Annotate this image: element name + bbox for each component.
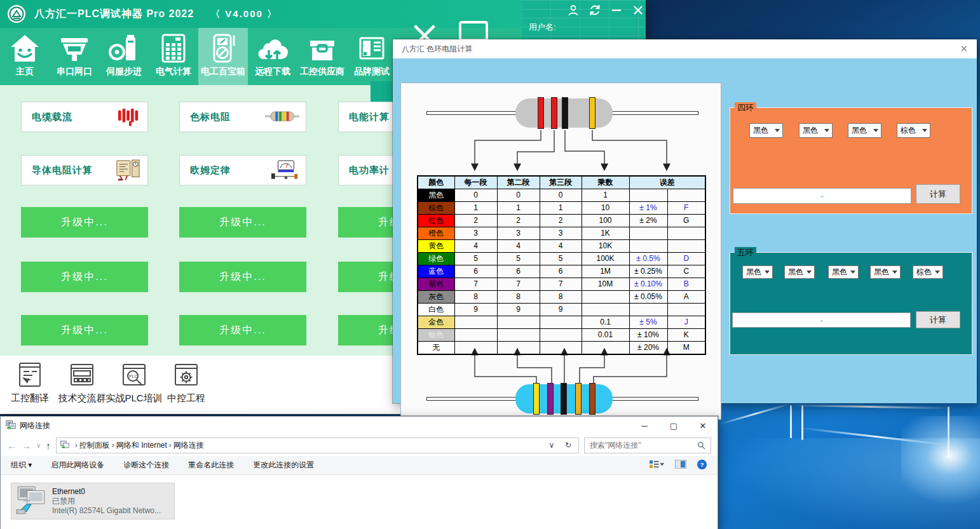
net-maximize-icon[interactable]: ▢	[659, 417, 688, 434]
nav-item-calculator[interactable]: 电气计算	[149, 28, 198, 85]
search-input[interactable]: 搜索"网络连接"	[584, 438, 711, 453]
color-name-cell: 黑色	[418, 189, 454, 202]
forward-arrow-icon[interactable]: →	[22, 440, 31, 451]
preview-pane-icon[interactable]	[675, 460, 686, 471]
net-toolbar-item[interactable]: 组织 ▾	[11, 460, 32, 471]
value-cell	[497, 316, 540, 329]
tool-button-label: 电能计算	[349, 111, 390, 123]
footer-link-translate-doc[interactable]: 工控翻译	[4, 361, 56, 405]
value-cell: 5	[540, 253, 582, 265]
value-cell: 5	[454, 253, 497, 265]
upgrading-button[interactable]: 升级中...	[21, 207, 148, 238]
tool-button-cable[interactable]: 电缆载流	[21, 102, 148, 132]
breadcrumb[interactable]: ›控制面板›网络和 Internet›网络连接 ∨ ↻	[56, 438, 579, 453]
resistor-chart-panel: 颜色每一段第二段第三段乘数误差黑色0001棕色11110± 1%F红色22210…	[400, 83, 721, 420]
tolerance-cell: ± 1%	[629, 202, 667, 215]
result-field[interactable]: -	[732, 312, 911, 328]
refresh-icon[interactable]: ↻	[562, 441, 575, 450]
network-icon	[6, 420, 16, 432]
net-close-icon[interactable]: ✕	[688, 417, 718, 434]
view-options-icon[interactable]	[650, 460, 665, 471]
resistor-icon	[265, 107, 299, 127]
minimize-icon[interactable]	[610, 4, 623, 17]
tolerance-code-cell	[667, 227, 705, 240]
column-header: 误差	[629, 176, 705, 189]
net-toolbar-item[interactable]: 启用此网络设备	[51, 460, 104, 471]
nav-item-cloud-download[interactable]: 远程下载	[248, 28, 297, 85]
recent-locations-chevron-icon[interactable]: ∨	[36, 442, 41, 449]
chevron-down-icon	[935, 271, 940, 274]
value-cell: 100K	[582, 253, 629, 265]
calculate-button[interactable]: 计算	[916, 311, 960, 328]
color-select[interactable]: 黑色	[848, 123, 881, 138]
nav-label: 品牌测试	[354, 66, 390, 77]
back-arrow-icon[interactable]: ←	[7, 440, 17, 451]
nav-label: 电气计算	[156, 66, 191, 77]
color-select[interactable]: 棕色	[913, 265, 943, 279]
table-row: 金色0.1± 5%J	[418, 316, 705, 329]
footer-link-label: 中控工程	[167, 392, 205, 405]
close-icon[interactable]	[632, 4, 644, 17]
up-arrow-icon[interactable]: ↑	[46, 440, 51, 451]
net-toolbar-item[interactable]: 更改此连接的设置	[253, 460, 314, 471]
address-dropdown-icon[interactable]: ∨	[545, 441, 558, 450]
nav-item-serial-port[interactable]: 串口网口	[50, 28, 99, 85]
table-row: 黄色44410K	[418, 240, 705, 253]
color-select[interactable]: 黑色	[742, 265, 773, 279]
color-name-cell: 绿色	[418, 253, 454, 265]
color-select[interactable]: 黑色	[749, 123, 783, 138]
color-select[interactable]: 黑色	[784, 265, 815, 279]
user-panel: 用户名:	[521, 0, 646, 39]
upgrading-button[interactable]: 升级中...	[179, 207, 306, 238]
value-cell: 9	[540, 304, 582, 316]
sync-icon[interactable]	[589, 4, 601, 17]
wallpaper-beam	[801, 405, 803, 440]
nav-item-plc-device[interactable]: 品牌测试	[347, 28, 397, 85]
upgrading-button[interactable]: 升级中...	[179, 315, 306, 345]
tool-button-conductor-meter[interactable]: 导体电阻计算	[21, 155, 148, 185]
breadcrumb-separator: ›	[110, 441, 116, 450]
app-version[interactable]: 〈 V4.000 〉	[210, 8, 278, 20]
upgrading-button[interactable]: 升级中...	[21, 262, 148, 292]
breadcrumb-item[interactable]: 网络和 Internet	[116, 441, 167, 450]
value-cell: 1K	[582, 227, 629, 240]
breadcrumb-item[interactable]: 控制面板	[79, 441, 110, 450]
tolerance-code-cell: K	[667, 329, 705, 342]
tool-button-resistor[interactable]: 色标电阻	[179, 102, 306, 132]
table-row: 无± 20%M	[418, 342, 705, 355]
tool-button-ohm-meter[interactable]: 欧姆定律	[179, 155, 306, 185]
calculate-button[interactable]: 计算	[916, 184, 960, 204]
color-name-cell: 紫色	[418, 278, 454, 291]
value-cell: 7	[454, 278, 497, 291]
nav-item-multimeter[interactable]: 电工百宝箱	[198, 28, 248, 85]
net-toolbar-item[interactable]: 重命名此连接	[188, 460, 234, 471]
value-cell: 7	[540, 278, 582, 291]
footer-link-gear-window[interactable]: 中控工程	[160, 361, 212, 405]
ethernet-adapter-item[interactable]: Ethernet0 已禁用 Intel(R) 82574L Gigabit Ne…	[11, 483, 175, 519]
net-toolbar-item[interactable]: 诊断这个连接	[123, 460, 169, 471]
upgrading-button[interactable]: 升级中...	[21, 315, 148, 345]
color-select-value: 黑色	[852, 125, 867, 136]
help-icon[interactable]: ?	[697, 459, 707, 472]
chevron-down-icon	[922, 129, 927, 132]
nav-item-home[interactable]: 主页	[0, 28, 50, 85]
nav-item-supplier-box[interactable]: 工控供应商	[297, 28, 347, 85]
upgrading-button[interactable]: 升级中...	[179, 262, 306, 292]
value-cell: 0	[497, 189, 540, 202]
user-icon[interactable]	[567, 4, 580, 17]
color-select[interactable]: 黑色	[828, 265, 859, 279]
net-minimize-icon[interactable]: ─	[630, 417, 659, 434]
breadcrumb-item[interactable]: 网络连接	[174, 441, 204, 450]
dialog-close-icon[interactable]: ✕	[960, 43, 968, 55]
value-cell: 3	[454, 227, 497, 240]
chevron-down-icon	[873, 129, 878, 132]
nav-item-servo-motor[interactable]: 伺服步进	[99, 28, 149, 85]
color-select[interactable]: 黑色	[870, 265, 901, 279]
ring-group-label: 五环	[735, 247, 756, 258]
result-field[interactable]: -	[733, 188, 911, 204]
table-row: 橙色3331K	[418, 227, 705, 240]
color-select[interactable]: 黑色	[799, 123, 833, 138]
color-select[interactable]: 棕色	[897, 123, 930, 138]
footer-link-keyboard-window[interactable]: 技术交流群	[56, 361, 108, 405]
footer-link-plc-training[interactable]: PLC实战PLC培训	[108, 361, 160, 405]
